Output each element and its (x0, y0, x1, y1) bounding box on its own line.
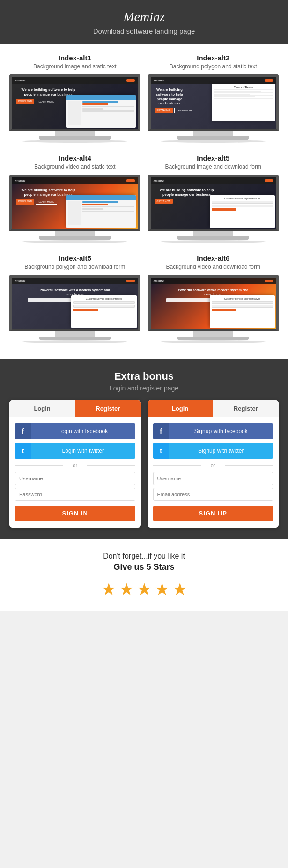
register-card: Login Register f Signup with facebook t … (148, 400, 279, 528)
sign-up-button[interactable]: SIGN UP (153, 506, 273, 521)
alt4-title: Index-alt4 (9, 154, 140, 162)
alt6-title: Index-alt6 (148, 254, 279, 262)
twitter-login-label: Login with twitter (31, 448, 135, 454)
or-divider-login: or (15, 463, 135, 468)
header: Meminz Download software landing page (0, 0, 288, 44)
facebook-signup-label: Signup with facebook (169, 428, 273, 434)
facebook-icon: f (15, 423, 31, 439)
facebook-login-label: Login with facebook (31, 428, 135, 434)
grid-cell-alt5b: Index-alt5 Background polygon and downlo… (9, 254, 140, 343)
monitor-alt4[interactable]: Meminz We are building software to help … (9, 175, 140, 243)
star-1: ★ (101, 580, 116, 599)
alt5b-desc: Background polygon and download form (9, 264, 140, 270)
alt1-title: Index-alt1 (9, 54, 140, 62)
grid-cell-alt5a: Index-alt5 Background image and download… (148, 154, 279, 243)
or-divider-register: or (153, 463, 273, 468)
grid-cell-alt2: Index-alt2 Background polygon and static… (148, 54, 279, 143)
monitor-alt6[interactable]: Meminz Powerful software with a modern s… (148, 275, 279, 343)
grid-row-2: Index-alt4 Background video and static t… (9, 154, 279, 243)
star-2: ★ (119, 580, 134, 599)
grid-section: Index-alt1 Background image and static t… (0, 44, 288, 359)
grid-cell-alt6: Index-alt6 Background video and download… (148, 254, 279, 343)
star-4: ★ (155, 580, 170, 599)
login-card-body: f Login with facebook t Login with twitt… (9, 417, 141, 528)
register-tab[interactable]: Register (213, 400, 279, 417)
grid-row-1: Index-alt1 Background image and static t… (9, 54, 279, 143)
alt6-desc: Background video and download form (148, 264, 279, 270)
twitter-icon: t (15, 443, 31, 459)
alt5a-desc: Background image and download form (148, 163, 279, 170)
grid-cell-alt1: Index-alt1 Background image and static t… (9, 54, 140, 143)
register-tab-inactive[interactable]: Register (75, 400, 140, 417)
login-tab[interactable]: Login (9, 400, 75, 417)
signup-username-input[interactable] (153, 472, 273, 485)
register-card-tabs: Login Register (148, 400, 279, 417)
footer-line2: Give us 5 Stars (9, 562, 279, 572)
monitor-alt1[interactable]: Meminz We are building software to help … (9, 74, 140, 143)
register-card-body: f Signup with facebook t Signup with twi… (148, 417, 279, 528)
alt4-desc: Background video and static text (9, 163, 140, 170)
alt2-title: Index-alt2 (148, 54, 279, 62)
alt1-desc: Background image and static text (9, 63, 140, 70)
login-tab-active[interactable]: Login (148, 400, 213, 417)
password-input[interactable] (15, 488, 135, 501)
facebook-signup-btn[interactable]: f Signup with facebook (153, 423, 273, 439)
star-5: ★ (172, 580, 187, 599)
sign-in-button[interactable]: SIGN IN (15, 506, 135, 521)
bonus-section: Extra bonus Login and register page Logi… (0, 359, 288, 539)
facebook-login-btn[interactable]: f Login with facebook (15, 423, 135, 439)
email-input[interactable] (153, 488, 273, 501)
star-3: ★ (137, 580, 152, 599)
login-card-tabs: Login Register (9, 400, 141, 417)
grid-row-3: Index-alt5 Background polygon and downlo… (9, 254, 279, 343)
twitter-signup-icon: t (153, 443, 169, 459)
header-subtitle: Download software landing page (5, 27, 283, 35)
monitor-alt2[interactable]: Meminz We are building software to help … (148, 74, 279, 143)
alt5b-title: Index-alt5 (9, 254, 140, 262)
twitter-signup-label: Signup with twitter (169, 448, 273, 454)
username-input[interactable] (15, 472, 135, 485)
logo: Meminz (5, 9, 283, 24)
twitter-signup-btn[interactable]: t Signup with twitter (153, 443, 273, 459)
footer-line1: Don't forget...if you like it (9, 552, 279, 560)
alt2-desc: Background polygon and static text (148, 63, 279, 70)
footer-section: Don't forget...if you like it Give us 5 … (0, 539, 288, 611)
monitor-alt5a[interactable]: Meminz We are building software to help … (148, 175, 279, 243)
twitter-login-btn[interactable]: t Login with twitter (15, 443, 135, 459)
cards-row: Login Register f Login with facebook t L… (9, 400, 279, 528)
stars-row: ★ ★ ★ ★ ★ (9, 580, 279, 599)
login-card: Login Register f Login with facebook t L… (9, 400, 141, 528)
grid-cell-alt4: Index-alt4 Background video and static t… (9, 154, 140, 243)
monitor-alt5b[interactable]: Meminz Powerful software with a modern s… (9, 275, 140, 343)
bonus-title: Extra bonus (9, 370, 279, 383)
facebook-signup-icon: f (153, 423, 169, 439)
alt5a-title: Index-alt5 (148, 154, 279, 162)
bonus-subtitle: Login and register page (9, 384, 279, 392)
